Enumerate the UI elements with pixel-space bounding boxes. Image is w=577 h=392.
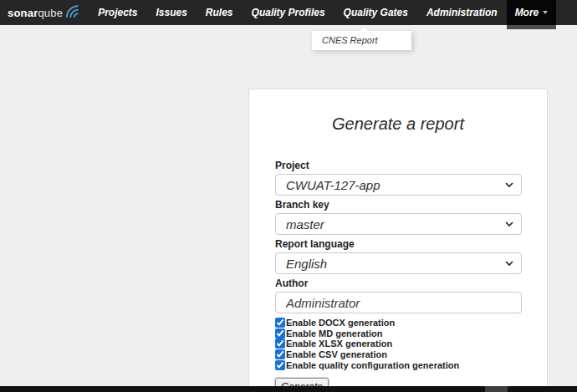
logo-text-bold: sonar xyxy=(8,7,38,19)
docx-checkbox-row[interactable]: Enable DOCX generation xyxy=(275,318,521,328)
bottom-scrollbar[interactable] xyxy=(0,386,577,392)
project-select[interactable]: CWUAT-127-app xyxy=(275,174,522,196)
branch-key-select-value: master xyxy=(286,217,505,232)
nav-item-projects[interactable]: Projects xyxy=(89,0,146,25)
docx-checkbox[interactable] xyxy=(275,318,285,328)
csv-checkbox[interactable] xyxy=(275,349,285,359)
chevron-down-icon xyxy=(505,182,513,187)
csv-checkbox-row[interactable]: Enable CSV generation xyxy=(275,349,521,360)
quality-config-checkbox-label: Enable quality configuration generation xyxy=(286,360,459,370)
chevron-down-icon xyxy=(505,261,513,266)
xlsx-checkbox[interactable] xyxy=(275,339,285,349)
nav-item-administration[interactable]: Administration xyxy=(417,0,507,25)
page-title: Generate a report xyxy=(275,115,521,134)
scrollbar-thumb[interactable] xyxy=(485,386,508,392)
project-label: Project xyxy=(275,160,521,171)
branch-key-select[interactable]: master xyxy=(275,213,522,235)
author-input[interactable] xyxy=(275,292,522,313)
docx-checkbox-label: Enable DOCX generation xyxy=(286,318,395,328)
nav-item-quality-profiles[interactable]: Quality Profiles xyxy=(243,0,334,25)
logo-text-light: qube xyxy=(38,7,63,19)
md-checkbox-label: Enable MD generation xyxy=(286,328,383,339)
generate-report-card: Generate a report Project CWUAT-127-app … xyxy=(248,89,548,392)
top-navbar: sonarqube Projects Issues Rules Quality … xyxy=(0,0,577,25)
more-dropdown-menu: CNES Report xyxy=(312,31,411,50)
xlsx-checkbox-row[interactable]: Enable XLSX generation xyxy=(275,339,521,349)
sonarqube-logo[interactable]: sonarqube xyxy=(0,0,89,25)
md-checkbox-row[interactable]: Enable MD generation xyxy=(275,328,521,339)
branch-key-label: Branch key xyxy=(275,199,521,211)
sonarqube-waves-icon xyxy=(65,4,82,18)
quality-config-checkbox-row[interactable]: Enable quality configuration generation xyxy=(275,359,521,370)
md-checkbox[interactable] xyxy=(275,328,285,339)
page: sonarqube Projects Issues Rules Quality … xyxy=(0,0,577,392)
project-select-value: CWUAT-127-app xyxy=(286,178,505,192)
csv-checkbox-label: Enable CSV generation xyxy=(286,349,387,359)
output-options: Enable DOCX generation Enable MD generat… xyxy=(275,318,521,370)
report-language-select-value: English xyxy=(286,257,505,271)
xlsx-checkbox-label: Enable XLSX generation xyxy=(286,339,392,349)
chevron-down-icon xyxy=(505,221,513,227)
dropdown-arrow-icon xyxy=(360,27,368,31)
more-active-extension xyxy=(507,25,557,29)
nav-item-rules[interactable]: Rules xyxy=(197,0,243,25)
nav-item-issues[interactable]: Issues xyxy=(147,0,197,25)
quality-config-checkbox[interactable] xyxy=(275,360,285,370)
main-nav: Projects Issues Rules Quality Profiles Q… xyxy=(89,0,556,25)
more-label: More xyxy=(515,7,539,18)
report-language-select[interactable]: English xyxy=(275,252,522,274)
report-language-label: Report language xyxy=(275,238,521,250)
nav-item-quality-gates[interactable]: Quality Gates xyxy=(334,0,417,25)
caret-down-icon xyxy=(543,11,548,14)
author-label: Author xyxy=(275,277,521,289)
menu-item-cnes-report[interactable]: CNES Report xyxy=(312,31,411,50)
nav-item-more[interactable]: More xyxy=(507,0,557,25)
